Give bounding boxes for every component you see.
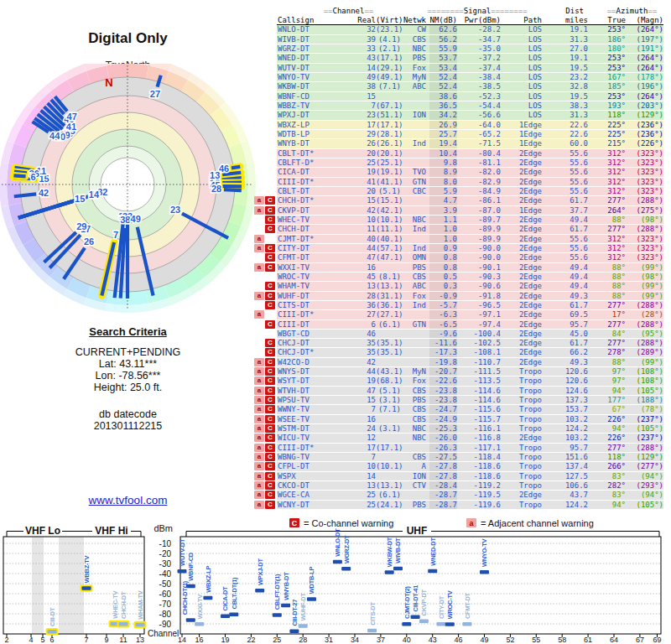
tvfool-link[interactable]: www.tvfool.com (89, 494, 168, 506)
compass-wedge (107, 290, 127, 305)
warning-markers: aC (250, 244, 277, 253)
cell-azimuth-true: 277° (588, 196, 626, 205)
cell-callsign: CKCO-DT (277, 481, 329, 490)
cell-power: -114.6 (457, 387, 501, 395)
cell-path: LOS (501, 25, 545, 34)
cell-callsign: WBBZ-TV (277, 101, 329, 110)
cell-callsign: WNYO-TV (277, 73, 329, 81)
cell-network: CBC (401, 187, 429, 195)
cell-real-channel: 35 (329, 339, 376, 347)
table-row: aCCKCO-DT13(13.1)CTV-28.4-119.2Tropo106.… (250, 481, 663, 491)
cell-path: Tropo (501, 501, 545, 509)
warning-markers: aC (250, 206, 277, 216)
cell-azimuth-magnetic: (108°) (626, 377, 663, 385)
chart-bar-label: CHCH-DT (120, 591, 127, 619)
table-row: CCHCH-DT11(11.1)Ind1.0-89.92Edge61.7277°… (250, 225, 663, 234)
cell-virtual-channel: (13.1) (376, 282, 401, 290)
cell-callsign: WBNG-TV (277, 453, 329, 461)
cell-noise-margin: 55.9 (429, 44, 457, 53)
cell-distance-miles: 55.6 (545, 253, 588, 262)
cell-noise-margin: 0.8 (429, 253, 457, 262)
cell-callsign: WCNY-DT (277, 501, 329, 509)
cell-noise-margin: 52.4 (429, 73, 457, 81)
cell-azimuth-true: 312° (588, 149, 626, 158)
cell-distance-miles: 37.7 (545, 206, 588, 215)
chart-bar (281, 604, 290, 608)
cell-distance-miles: 124.6 (545, 387, 588, 395)
table-row: CWHAM-TV13(13.1)ABC0.3-90.62Edge49.488°(… (250, 282, 663, 291)
cell-noise-margin: 8.0 (429, 178, 457, 186)
cell-real-channel: 16 (329, 263, 376, 272)
table-row: WUTV-DT14(29.1)Fox53.4-37.4LOS19.5253°(2… (250, 64, 663, 73)
cell-distance-miles: 103.2 (545, 415, 588, 423)
cell-azimuth-magnetic: (108°) (626, 367, 663, 376)
vhf-lo-label: VHF Lo (25, 525, 60, 537)
cell-virtual-channel: (10.1) (376, 462, 401, 470)
warning-markers (250, 92, 277, 101)
cell-network (401, 130, 429, 138)
cell-virtual-channel: (13.1) (376, 481, 401, 490)
warning-markers (250, 149, 277, 158)
cell-azimuth-magnetic: (99°) (626, 292, 663, 300)
warning-markers: a (250, 235, 277, 244)
signal-group-header: ========Signal======== (426, 7, 528, 15)
warning-markers: aC (250, 263, 277, 273)
warning-markers: C (250, 348, 277, 357)
cell-azimuth-true: 253° (588, 64, 626, 72)
cell-distance-miles: 49.4 (545, 216, 588, 224)
cell-power: -80.4 (457, 149, 501, 158)
cell-virtual-channel (376, 472, 401, 480)
cell-noise-margin: -25.3 (429, 424, 457, 433)
cell-virtual-channel: (6.1) (376, 320, 401, 329)
adjacent-channel-marker: a (254, 367, 264, 376)
cell-distance-miles: 55.6 (545, 178, 588, 186)
cell-callsign: WNYS-DT (277, 367, 329, 376)
cell-callsign: CBLT-DT (277, 187, 329, 195)
cell-network: CBS (401, 35, 429, 44)
adjacent-channel-marker: a (254, 292, 264, 300)
cell-noise-margin: 19.4 (429, 139, 457, 148)
col-header-pwrdbm: Pwr(dBm) (457, 16, 501, 24)
cell-virtual-channel: (31.1) (376, 292, 401, 300)
table-row: aCWXXI-TV16PBS0.8-90.12Edge49.488°(99°) (250, 263, 663, 273)
cell-azimuth-magnetic: (288°) (626, 301, 663, 309)
cell-network: GTN (401, 178, 429, 186)
cell-real-channel: 45 (329, 273, 376, 281)
db-datecode-value: 201301112215 (0, 420, 256, 432)
cell-real-channel: 36 (329, 301, 376, 309)
cell-network: PBS (401, 501, 429, 509)
cell-real-channel: 26 (329, 139, 376, 148)
cell-path: 2Edge (501, 491, 545, 499)
cell-callsign: CHCJ-DT (277, 339, 329, 347)
cell-virtual-channel: (26.1) (376, 139, 401, 148)
cell-path: 2Edge (501, 253, 545, 262)
cell-path: LOS (501, 92, 545, 101)
col-header-path: Path (501, 16, 545, 24)
cell-real-channel: 25 (329, 491, 376, 499)
cell-path: 1Edge (501, 130, 545, 138)
radar-bar (13, 175, 25, 176)
cell-noise-margin: 5.9 (429, 187, 457, 195)
co-channel-marker: C (265, 405, 275, 413)
cell-path: 2Edge (501, 301, 545, 309)
cell-azimuth-magnetic: (191°) (626, 44, 663, 53)
cell-azimuth-magnetic: (275°) (626, 206, 663, 215)
cell-power: -116.1 (457, 424, 501, 433)
channel-tick-label: 31 (325, 636, 333, 644)
cell-callsign: WNYB-DT (277, 139, 329, 148)
cell-azimuth-magnetic: (323°) (626, 149, 663, 158)
chart-bar (462, 622, 471, 626)
cell-virtual-channel: (42.1) (376, 206, 401, 215)
cell-power: -108.1 (457, 348, 501, 356)
col-header-miles: miles (545, 16, 588, 24)
cell-real-channel: 10 (329, 462, 376, 470)
chart-bar-label: CIII-DT (49, 607, 56, 626)
cell-distance-miles: 43.7 (545, 491, 588, 499)
cell-path: 2Edge (501, 235, 545, 243)
adjacent-channel-marker: a (254, 472, 264, 480)
cell-power: -118.6 (457, 472, 501, 480)
adjacent-channel-marker: a (254, 424, 264, 433)
dbm-tick-label: -80 (159, 610, 172, 619)
table-row: WPXJ-DT23(51.1)ION34.2-56.6LOS31.3118°(1… (250, 111, 663, 120)
cell-azimuth-magnetic: (129°) (626, 111, 663, 119)
